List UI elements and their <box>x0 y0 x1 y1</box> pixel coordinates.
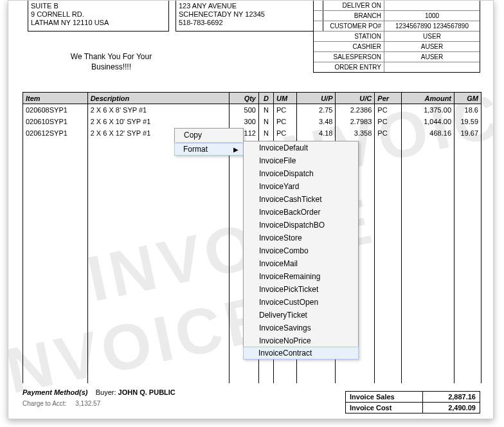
col-uc: U/C <box>336 93 375 104</box>
table-row[interactable]: 020612SYP12 X 6 X 12' SYP #1112NPC4.183.… <box>23 127 482 139</box>
menu-item-invoicecontract[interactable]: InvoiceContract <box>243 347 359 359</box>
menu-item-format[interactable]: Format ▶ <box>174 143 244 156</box>
total-row-cost: Invoice Cost 2,490.09 <box>346 403 480 413</box>
cell-up: 3.48 <box>296 116 336 127</box>
table-header: Item Description Qty D UM U/P U/C Per Am… <box>23 93 482 104</box>
cell-per: PC <box>375 116 402 127</box>
cell-um: PC <box>274 104 297 116</box>
cell-um: PC <box>274 116 297 127</box>
cell-up: 4.18 <box>296 127 336 139</box>
header-info-value: AUSER <box>384 42 480 51</box>
col-gm: GM <box>455 93 482 104</box>
menu-item-invoiceyard[interactable]: InvoiceYard <box>244 180 358 193</box>
header-info-key: SALESPERSON <box>314 52 384 62</box>
payment-label: Payment Method(s) <box>22 388 87 396</box>
thanks-line: We Thank You For Your <box>53 52 169 62</box>
menu-item-invoicecashticket[interactable]: InvoiceCashTicket <box>244 193 358 206</box>
cell-uc: 3.358 <box>336 127 375 139</box>
invoice-totals: Invoice Sales 2,887.16 Invoice Cost 2,49… <box>345 391 480 413</box>
menu-item-invoicedispatchbo[interactable]: InvoiceDispatchBO <box>244 219 358 232</box>
menu-item-invoicedispatch[interactable]: InvoiceDispatch <box>244 167 358 180</box>
header-info-value: 1234567890 1234567890 <box>384 21 480 31</box>
table-row[interactable]: 020610SYP12 X 6 X 10' SYP #1300NPC3.482.… <box>23 116 482 127</box>
addr-line: 123 ANY AVENUE <box>179 2 320 10</box>
invoice-header-info: DELIVER ONBRANCH1000CUSTOMER PO#12345678… <box>313 1 480 73</box>
thank-you-message: We Thank You For Your Business!!!! <box>53 52 169 72</box>
menu-item-invoicestore[interactable]: InvoiceStore <box>244 232 358 244</box>
menu-item-invoicesavings[interactable]: InvoiceSavings <box>244 322 358 334</box>
total-label: Invoice Sales <box>346 392 423 403</box>
col-up: U/P <box>296 93 336 104</box>
addr-line: 9 CORNELL RD. <box>31 10 166 19</box>
total-value: 2,887.16 <box>423 392 480 403</box>
addr-line: SUITE B <box>31 2 166 10</box>
menu-item-invoicecombo[interactable]: InvoiceCombo <box>244 244 358 257</box>
buyer-label: Buyer: <box>96 388 116 396</box>
header-info-value <box>384 62 480 72</box>
header-info-value: 1000 <box>384 11 480 21</box>
menu-item-invoicenoprice[interactable]: InvoiceNoPrice <box>244 334 358 347</box>
cell-gm: 19.67 <box>455 127 482 139</box>
header-info-key: STATION <box>314 32 384 41</box>
payment-methods: Payment Method(s) Buyer: JOHN Q. PUBLIC … <box>22 388 176 407</box>
header-info-row: ORDER ENTRY <box>314 62 480 72</box>
header-info-row: BRANCH1000 <box>314 10 480 21</box>
col-per: Per <box>375 93 402 104</box>
header-info-key: BRANCH <box>314 11 384 21</box>
cell-d: N <box>258 127 273 139</box>
menu-item-invoicecustopen[interactable]: InvoiceCustOpen <box>244 296 358 309</box>
col-description: Description <box>87 93 229 104</box>
cell-d: N <box>258 104 273 116</box>
addr-line: 518-783-6692 <box>179 19 320 27</box>
table-row[interactable]: 020608SYP12 X 6 X 8' SYP #1500NPC2.752.2… <box>23 104 482 116</box>
header-info-value: AUSER <box>384 52 480 62</box>
format-submenu[interactable]: InvoiceDefaultInvoiceFileInvoiceDispatch… <box>243 141 359 359</box>
invoice-document: INVOICE INVOICE INVOICE SUITE B 9 CORNEL… <box>8 0 494 419</box>
menu-item-invoicebackorder[interactable]: InvoiceBackOrder <box>244 206 358 219</box>
menu-item-invoicepickticket[interactable]: InvoicePickTicket <box>244 283 358 296</box>
address-ship-to: 123 ANY AVENUE SCHENECTADY NY 12345 518-… <box>176 1 323 32</box>
col-um: UM <box>274 93 297 104</box>
header-info-row: DELIVER ON <box>314 1 480 10</box>
menu-item-invoicemail[interactable]: InvoiceMail <box>244 257 358 270</box>
cell-per: PC <box>375 127 402 139</box>
cell-amt: 1,375.00 <box>402 104 455 116</box>
menu-label: Format <box>183 145 208 154</box>
charge-value: 3,132.57 <box>75 400 100 407</box>
header-info-row: SALESPERSONAUSER <box>314 51 480 62</box>
address-ship-from: SUITE B 9 CORNELL RD. LATHAM NY 12110 US… <box>28 1 169 32</box>
col-amount: Amount <box>402 93 455 104</box>
header-info-key: ORDER ENTRY <box>314 62 384 72</box>
thanks-line: Business!!!! <box>53 62 169 73</box>
menu-item-deliveryticket[interactable]: DeliveryTicket <box>244 309 358 322</box>
cell-desc: 2 X 6 X 10' SYP #1 <box>87 116 229 127</box>
chevron-right-icon: ▶ <box>233 146 239 153</box>
col-qty: Qty <box>229 93 258 104</box>
menu-item-copy[interactable]: Copy <box>175 129 243 141</box>
menu-item-invoicedefault[interactable]: InvoiceDefault <box>244 141 358 154</box>
cell-desc: 2 X 6 X 8' SYP #1 <box>87 104 229 116</box>
cell-gm: 19.59 <box>455 116 482 127</box>
cell-amt: 468.16 <box>402 127 455 139</box>
buyer-name: JOHN Q. PUBLIC <box>118 388 176 396</box>
total-label: Invoice Cost <box>346 403 423 413</box>
menu-item-invoiceremaining[interactable]: InvoiceRemaining <box>244 270 358 283</box>
addr-line: SCHENECTADY NY 12345 <box>179 10 320 19</box>
total-value: 2,490.09 <box>423 403 480 413</box>
col-d: D <box>258 93 273 104</box>
addr-line: LATHAM NY 12110 USA <box>31 19 166 27</box>
cell-amt: 1,044.00 <box>402 116 455 127</box>
cell-qty: 500 <box>229 104 258 116</box>
cell-item: 020612SYP1 <box>23 127 88 139</box>
menu-item-invoicefile[interactable]: InvoiceFile <box>244 154 358 167</box>
header-info-row: CASHIERAUSER <box>314 41 480 51</box>
header-info-value: USER <box>384 32 480 41</box>
cell-item: 020610SYP1 <box>23 116 88 127</box>
header-info-row: CUSTOMER PO#1234567890 1234567890 <box>314 21 480 31</box>
header-info-key: CUSTOMER PO# <box>314 21 384 31</box>
total-row-sales: Invoice Sales 2,887.16 <box>346 392 480 403</box>
context-menu[interactable]: Copy Format ▶ <box>174 128 244 156</box>
header-info-key: CASHIER <box>314 42 384 51</box>
cell-gm: 18.6 <box>455 104 482 116</box>
cell-uc: 2.2386 <box>336 104 375 116</box>
